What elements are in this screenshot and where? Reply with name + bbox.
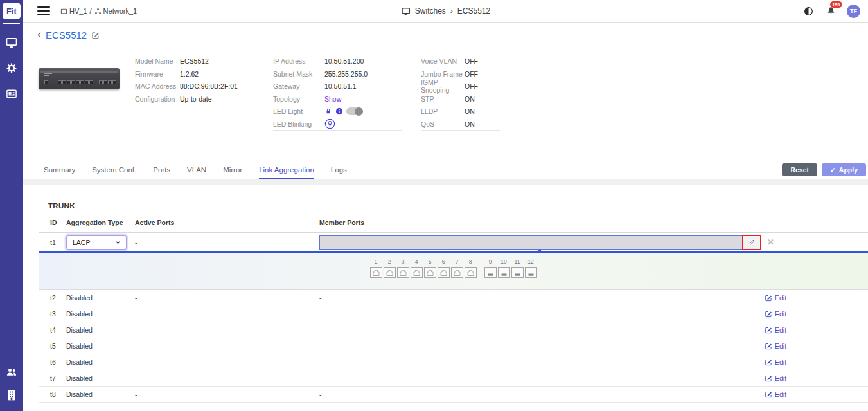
info-label: Configuration xyxy=(135,95,180,103)
tab-mirror[interactable]: Mirror xyxy=(223,160,242,179)
info-label: Voice VLAN xyxy=(421,57,465,65)
edit-trunk-link[interactable]: Edit xyxy=(765,342,868,350)
aggregation-type: Disabled xyxy=(66,358,135,366)
row-actions-cell: Edit xyxy=(765,294,868,302)
trunk-row-t1-editing: t1 LACP - ✕ xyxy=(39,233,868,253)
network-name: Network_1 xyxy=(103,7,137,15)
edit-trunk-link[interactable]: Edit xyxy=(765,374,868,382)
port-7[interactable]: 7 xyxy=(451,259,463,278)
cancel-edit-icon[interactable]: ✕ xyxy=(767,237,774,247)
edit-icon xyxy=(765,310,772,318)
info-label: LED Light xyxy=(273,107,324,115)
edit-trunk-link[interactable]: Edit xyxy=(765,294,868,302)
edit-trunk-link[interactable]: Edit xyxy=(765,358,868,366)
tab-summary[interactable]: Summary xyxy=(44,160,75,179)
news-icon[interactable] xyxy=(4,87,19,101)
mac-address-value: 88:DC:96:8B:2F:01 xyxy=(180,82,238,90)
users-icon[interactable] xyxy=(4,365,19,379)
device-info-grid: Model NameECS5512 Firmware1.2.62 MAC Add… xyxy=(135,55,500,131)
column-header-member-ports: Member Ports xyxy=(319,219,765,226)
panel-caret xyxy=(536,249,543,253)
rj45-port-icon xyxy=(397,267,409,278)
led-blinking-icon[interactable] xyxy=(324,118,335,129)
trunk-id: t8 xyxy=(50,390,66,398)
selected-aggregation-type: LACP xyxy=(73,239,114,246)
edit-trunk-link[interactable]: Edit xyxy=(765,310,868,318)
member-ports-input[interactable] xyxy=(320,236,743,249)
logo-underline xyxy=(3,23,20,24)
section-divider xyxy=(23,179,868,185)
back-chevron-icon[interactable]: ‹ xyxy=(37,28,41,41)
port-11[interactable]: 11 xyxy=(511,259,524,278)
active-ports-value: - xyxy=(135,358,319,366)
edit-trunk-link[interactable]: Edit xyxy=(765,326,868,334)
port-9[interactable]: 9 xyxy=(484,259,497,278)
tab-vlan[interactable]: VLAN xyxy=(187,160,206,179)
site-icon xyxy=(60,8,67,15)
topology-show-link[interactable]: Show xyxy=(324,95,341,103)
voice-vlan-value: OFF xyxy=(465,57,478,65)
led-light-controls xyxy=(324,107,363,115)
port-4[interactable]: 4 xyxy=(411,259,423,278)
header-device: ECS5512 xyxy=(457,6,490,15)
edit-icon xyxy=(765,326,772,334)
port-2[interactable]: 2 xyxy=(384,259,396,278)
port-8[interactable]: 8 xyxy=(465,259,477,278)
rename-device-icon[interactable] xyxy=(91,31,100,39)
building-icon[interactable] xyxy=(4,388,19,402)
info-label: Subnet Mask xyxy=(273,70,324,78)
member-ports-edit-button[interactable] xyxy=(743,236,760,249)
firmware-value: 1.2.62 xyxy=(180,70,199,78)
devices-monitor-icon[interactable] xyxy=(4,35,19,50)
aggregation-type-select[interactable]: LACP xyxy=(66,235,127,250)
port-3[interactable]: 3 xyxy=(397,259,409,278)
trunk-row: t4 Disabled - - Edit xyxy=(39,322,868,338)
contrast-toggle-icon[interactable] xyxy=(802,5,815,17)
port-number: 8 xyxy=(469,259,472,265)
rj45-port-icon xyxy=(384,267,396,278)
tab-logs[interactable]: Logs xyxy=(331,160,347,179)
sfp-port-icon xyxy=(511,267,524,278)
active-ports-value: - xyxy=(135,390,319,398)
breadcrumb-site[interactable]: HV_1 xyxy=(60,7,87,15)
tab-ports[interactable]: Ports xyxy=(153,160,170,179)
page-title-row: ‹ ECS5512 xyxy=(37,28,100,41)
header-separator: › xyxy=(450,6,453,15)
info-label: LLDP xyxy=(421,107,465,115)
header-actions: 153 TF xyxy=(802,5,860,18)
member-ports-value: - xyxy=(319,358,765,366)
edit-trunk-link[interactable]: Edit xyxy=(765,390,868,398)
port-12[interactable]: 12 xyxy=(525,259,537,278)
settings-gear-icon[interactable] xyxy=(4,61,19,75)
aggregation-type-cell: LACP xyxy=(66,235,135,250)
port-5[interactable]: 5 xyxy=(424,259,436,278)
device-title-link[interactable]: ECS5512 xyxy=(46,30,87,41)
row-actions-cell: Edit xyxy=(765,358,868,366)
sidebar: Fit xyxy=(0,0,23,411)
trunk-row: t3 Disabled - - Edit xyxy=(39,306,868,322)
aggregation-type: Disabled xyxy=(66,310,135,318)
port-10[interactable]: 10 xyxy=(498,259,510,278)
led-light-toggle[interactable] xyxy=(346,107,363,115)
aggregation-type: Disabled xyxy=(66,294,135,302)
member-ports-value: - xyxy=(319,310,765,318)
trunk-row: t5 Disabled - - Edit xyxy=(39,338,868,354)
hamburger-menu-icon[interactable] xyxy=(37,4,50,18)
row-actions-cell: Edit xyxy=(765,326,868,334)
tab-link-aggregation[interactable]: Link Aggregation xyxy=(259,160,314,179)
active-ports-value: - xyxy=(135,374,319,382)
edit-label: Edit xyxy=(775,358,786,366)
lldp-value: ON xyxy=(465,107,475,115)
member-ports-value: - xyxy=(319,294,765,302)
port-6[interactable]: 6 xyxy=(438,259,450,278)
notifications-bell-icon[interactable]: 153 xyxy=(824,5,837,17)
user-avatar[interactable]: TF xyxy=(847,5,860,18)
member-ports-field xyxy=(319,235,761,250)
tab-system-conf[interactable]: System Conf. xyxy=(92,160,136,179)
port-1[interactable]: 1 xyxy=(370,259,382,278)
fit-logo[interactable]: Fit xyxy=(3,3,21,19)
apply-button[interactable]: ✓Apply xyxy=(822,163,866,176)
info-label: Topology xyxy=(273,95,324,103)
reset-button[interactable]: Reset xyxy=(782,163,817,176)
breadcrumb-network[interactable]: Network_1 xyxy=(94,7,137,15)
